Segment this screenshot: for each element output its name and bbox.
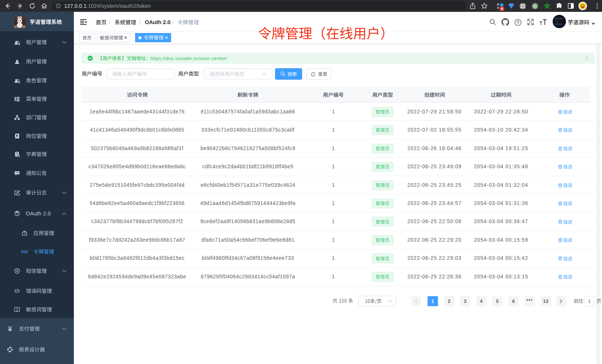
svg-text:a: a xyxy=(24,250,26,254)
svg-text:9: 9 xyxy=(501,7,503,11)
